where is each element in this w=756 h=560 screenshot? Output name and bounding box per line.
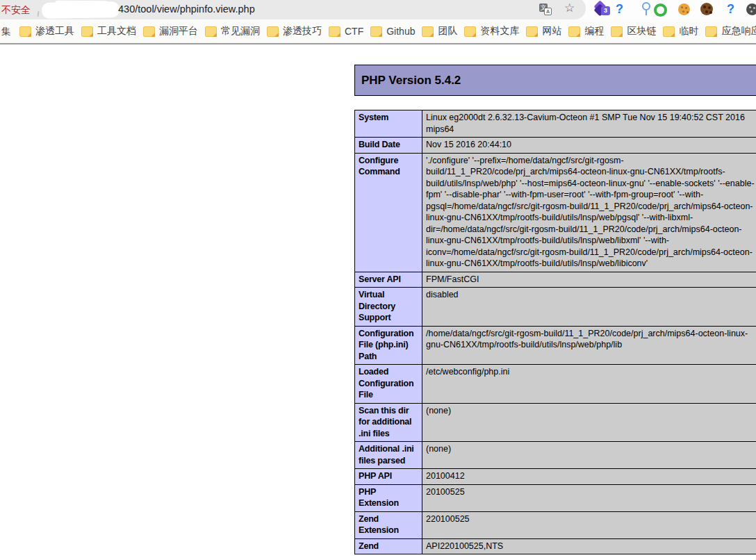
bookmark-folder[interactable]: 资料文库 [464, 25, 519, 38]
question-extension-icon-2[interactable]: ? [727, 0, 734, 19]
censor-pen-mark [37, 11, 39, 17]
row-value: Nov 15 2016 20:44:10 [422, 138, 756, 154]
phpinfo-table: SystemLinux eg2000dt 2.6.32.13-Cavium-Oc… [354, 110, 756, 554]
table-row: Build DateNov 15 2016 20:44:10 [355, 138, 756, 154]
bookmark-label: 工具文档 [97, 25, 136, 38]
bookmark-folder[interactable]: 编程 [568, 25, 604, 38]
page-title: PHP Version 5.4.2 [361, 74, 461, 88]
green-ring-icon [654, 3, 667, 17]
row-label: Scan this dir for additional .ini files [355, 403, 422, 442]
bookmark-list: 渗透工具 工具文档 漏洞平台 常见漏洞 渗透技巧 CTF Github 团队 资… [19, 19, 756, 43]
bookmark-label: 网站 [542, 25, 561, 38]
cookie-icon [700, 3, 713, 15]
row-value: disabled [422, 288, 756, 327]
row-value: './configure' '--prefix=/home/data/ngcf/… [422, 153, 756, 272]
translate-icon[interactable]: 文 A [539, 3, 552, 15]
bookmark-label: 渗透技巧 [283, 25, 322, 38]
browser-window: 不安全 430/tool/view/phpinfo.view.php 文 A ☆… [0, 0, 756, 560]
row-value: API220100525,NTS [422, 538, 756, 554]
question-extension-icon[interactable]: ? [616, 0, 623, 19]
bookmark-folder[interactable]: CTF [329, 26, 363, 37]
folder-icon [370, 26, 382, 37]
row-label: System [355, 110, 422, 138]
folder-icon [526, 26, 538, 37]
bookmark-manager-extension-icon[interactable]: 3 [593, 0, 611, 19]
phpinfo-page: PHP Version 5.4.2 SystemLinux eg2000dt 2… [0, 44, 756, 560]
row-label: Server API [355, 272, 422, 288]
bookmark-folder[interactable]: 渗透工具 [19, 25, 74, 38]
cookie-icon [678, 3, 690, 15]
row-value: (none) [422, 442, 756, 469]
bookmark-label: CTF [345, 26, 363, 37]
row-value: FPM/FastCGI [422, 272, 756, 288]
bookmark-label: 漏洞平台 [159, 25, 198, 38]
extension-badge: 3 [601, 6, 610, 15]
table-row: ZendAPI220100525,NTS [355, 538, 756, 554]
row-label: Virtual Directory Support [355, 288, 422, 327]
cookie-dots [703, 6, 706, 8]
bookmark-folder[interactable]: 团队 [422, 25, 457, 38]
folder-icon [143, 26, 155, 37]
table-row: Configuration File (php.ini) Path/home/d… [355, 326, 756, 365]
row-label: Build Date [355, 138, 422, 154]
folder-icon [267, 26, 279, 37]
bookmark-label: 资料文库 [480, 25, 519, 38]
folder-icon [464, 26, 476, 37]
cookie-dots [749, 6, 751, 8]
bookmark-folder[interactable]: 渗透技巧 [267, 25, 322, 38]
row-value: /home/data/ngcf/src/git-rgosm-build/11_1… [422, 326, 756, 365]
row-value: 20100525 [422, 484, 756, 511]
table-row: Scan this dir for additional .ini files(… [355, 403, 756, 442]
folder-icon [663, 26, 675, 37]
bookmark-folder[interactable]: 常见漏洞 [205, 25, 260, 38]
row-value: 20100412 [422, 469, 756, 485]
bookmark-label: 区块链 [627, 25, 656, 38]
row-value: 220100525 [422, 511, 756, 538]
row-value: /etc/webconfig/php.ini [422, 365, 756, 404]
row-label: PHP Extension [355, 484, 422, 511]
browser-toolbar: 不安全 430/tool/view/phpinfo.view.php 文 A ☆… [0, 0, 756, 19]
bookmark-folder[interactable]: Github [370, 26, 415, 37]
row-value: (none) [422, 403, 756, 442]
row-value: Linux eg2000dt 2.6.32.13-Cavium-Octeon #… [422, 110, 756, 138]
table-row: Additional .ini files parsed(none) [355, 442, 756, 469]
bookmark-label: 应急响应 [721, 25, 756, 38]
folder-icon [568, 26, 580, 37]
bookmark-item-clipped[interactable]: 集 [1, 26, 11, 38]
folder-icon [705, 26, 717, 37]
php-version-header: PHP Version 5.4.2 [354, 65, 756, 96]
table-row: Loaded Configuration File/etc/webconfig/… [355, 365, 756, 404]
bookmark-folder[interactable]: 应急响应 [705, 25, 756, 38]
address-bar[interactable]: 不安全 430/tool/view/phpinfo.view.php 文 A ☆ [0, 0, 586, 19]
bookmark-label: Github [386, 26, 415, 37]
table-row: Server APIFPM/FastCGI [355, 272, 756, 288]
bookmark-folder[interactable]: 漏洞平台 [143, 25, 198, 38]
bookmark-label: 临时 [679, 25, 698, 38]
table-row: SystemLinux eg2000dt 2.6.32.13-Cavium-Oc… [355, 110, 756, 138]
row-label: Additional .ini files parsed [355, 442, 422, 469]
row-label: Zend [355, 538, 422, 554]
folder-icon [422, 26, 434, 37]
cookie-dots [681, 6, 683, 8]
bookmarks-bar: 集 渗透工具 工具文档 漏洞平台 常见漏洞 渗透技巧 CTF Github 团队… [0, 19, 756, 44]
pin-icon [646, 10, 647, 15]
gray-cookie-icon [746, 3, 756, 15]
bookmark-folder[interactable]: 临时 [663, 25, 698, 38]
bookmark-star-icon[interactable]: ☆ [564, 1, 575, 15]
row-label: Configuration File (php.ini) Path [355, 326, 422, 365]
bookmark-folder[interactable]: 区块链 [611, 25, 656, 38]
folder-icon [81, 26, 93, 37]
bookmark-folder[interactable]: 工具文档 [81, 25, 136, 38]
table-row: Zend Extension220100525 [355, 511, 756, 538]
security-indicator[interactable]: 不安全 [1, 4, 31, 17]
folder-icon [611, 26, 623, 37]
table-row: PHP API20100412 [355, 469, 756, 485]
bookmark-label: 编程 [584, 25, 604, 38]
table-row: PHP Extension20100525 [355, 484, 756, 511]
bookmark-label: 常见漏洞 [221, 25, 260, 38]
folder-icon [329, 26, 340, 37]
censored-url-host [42, 1, 120, 19]
bookmark-folder[interactable]: 网站 [526, 25, 561, 38]
bookmark-label: 团队 [438, 25, 457, 38]
row-label: Loaded Configuration File [355, 365, 422, 404]
